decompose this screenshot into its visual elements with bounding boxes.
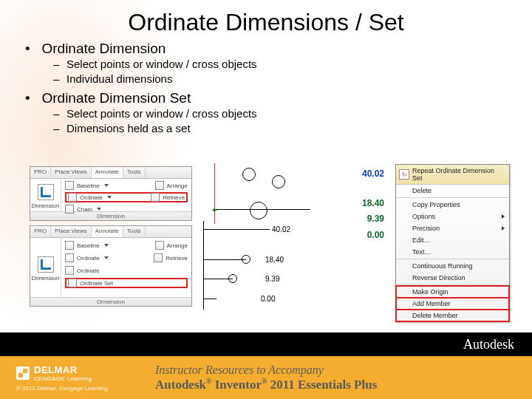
ctx-add-member[interactable]: Add Member [396,298,509,310]
delmar-copy: © 2011 Delmar, Cengage Learning [16,385,126,392]
ribbon-tabs-b: PRO Place Views Annotate Tools [30,226,191,238]
caret-icon [97,208,101,211]
ordinate-set-menu-item[interactable]: Ordinate Set [65,278,188,288]
dimension-label-b: Dimension [32,275,60,282]
ctx-edit[interactable]: Edit… [396,234,509,246]
tab-annotate-b[interactable]: Annotate [92,226,123,237]
ctx-add-label: Add Member [412,300,451,307]
slide-title: Ordinate Dimensions / Set [0,0,532,41]
ctx-delmem-label: Delete Member [412,312,458,319]
blackbar: Autodesk [0,332,532,356]
ordinate-menu-item[interactable]: Ordinate [65,265,188,276]
ord-val-3: 0.00 [261,295,275,303]
ordinate-icon-b [65,253,74,262]
ctx-header[interactable]: ↻ Repeat Ordinate Dimension Set [396,165,509,185]
ctx-edit-label: Edit… [412,236,431,244]
autodesk-brand: Autodesk [463,337,514,352]
ctx-precision-label: Precision [412,225,440,232]
bullet-2: Ordinate Dimension Set [41,90,191,106]
ribbon-tabs: PRO Place Views Annotate Tools [30,167,191,179]
tab-place-views[interactable]: Place Views [51,167,91,178]
ctx-make-origin[interactable]: Make Origin [396,286,509,298]
footer: DELMAR CENGAGE Learning © 2011 Delmar, C… [0,356,532,399]
tab-pro[interactable]: PRO [30,167,51,178]
ordinate-label-b: Ordinate [77,255,100,262]
ribbon-footer-b: Dimension [30,297,191,306]
rnum-bot: 0.00 [355,228,384,244]
sketch-figure: ✦ [198,165,309,222]
retrieve-icon [151,193,160,202]
retrieve-label-b: Retrieve [166,255,188,262]
tab-tools-b[interactable]: Tools [123,226,146,237]
ordinate-label: Ordinate [80,194,103,201]
tab-annotate[interactable]: Annotate [92,167,123,178]
delmar-sub: CENGAGE Learning [34,375,92,382]
ordinate-set-icon [68,279,77,287]
arrange-icon [155,181,164,190]
origin-marker: ✦ [211,206,217,214]
ctx-text[interactable]: Text… [396,246,509,258]
delmar-name: DELMAR [34,364,92,375]
tab-tools[interactable]: Tools [123,167,146,178]
submenu-arrow-icon [502,226,505,231]
dimension-button-b[interactable]: Dimension [30,238,61,297]
footer-text: Instructor Resources to Accompany Autode… [126,364,532,392]
ribbon-panel-top: PRO Place Views Annotate Tools Dimension… [30,166,192,221]
bullet-content: Ordinate Dimension Select points or wind… [0,41,532,136]
repeat-icon: ↻ [399,169,409,180]
ctx-options[interactable]: Options [396,211,509,222]
ctx-options-label: Options [412,213,435,220]
baseline-label: Baseline [77,183,100,189]
baseline-button[interactable]: BaselineArrange [65,181,188,190]
footer-line1: Instructor Resources to Accompany [155,364,532,377]
dimension-button[interactable]: Dimension [30,179,61,211]
arrange-icon-b [155,241,164,250]
chain-button[interactable]: Chain [65,205,188,214]
retrieve-icon-b [154,253,163,262]
ctx-delete-label: Delete [412,187,432,194]
ordinate-drawing: 40.02 18.40 9.39 0.00 [196,221,344,310]
baseline-button-b[interactable]: BaselineArrange [65,240,188,250]
ribbon-panel-bottom: PRO Place Views Annotate Tools Dimension… [30,225,192,307]
bullet-1-sub-1: Select points or window / cross objects [53,57,510,72]
delmar-logo-icon [16,366,30,380]
caret-icon [104,256,109,259]
bullet-1: Ordinate Dimension [41,41,166,56]
ctx-cont-label: Continuous Running [412,262,473,270]
ordinate-button-b[interactable]: OrdinateRetrieve [65,253,188,263]
ordinate-menu-label: Ordinate [77,267,100,274]
ctx-text-label: Text… [412,248,432,256]
ctx-reverse-label: Reverse Direction [412,274,466,282]
ordinate-icon [68,193,77,202]
baseline-label-b: Baseline [77,242,100,249]
ctx-delete-member[interactable]: Delete Member [396,310,509,321]
caret-icon [104,244,109,247]
rnum-mid2: 9.39 [355,211,384,228]
bullet-2-sub-2: Dimensions held as a set [53,121,510,136]
bullet-2-sub-1: Select points or window / cross objects [53,106,510,121]
caret-icon [104,184,109,187]
retrieve-label: Retrieve [163,194,185,201]
submenu-arrow-icon [502,214,505,219]
ctx-continuous-running[interactable]: Continuous Running [396,260,509,272]
ordinate-set-label: Ordinate Set [80,280,113,287]
dimension-label: Dimension [32,202,60,209]
chain-icon [65,205,74,214]
ctx-copy-properties[interactable]: Copy Properties [396,199,509,211]
ctx-precision[interactable]: Precision [396,222,509,234]
bullet-1-sub-2: Individual dimensions [53,72,510,86]
ctx-reverse-direction[interactable]: Reverse Direction [396,272,509,284]
rnum-mid1: 18.40 [355,196,384,212]
tab-place-views-b[interactable]: Place Views [51,226,91,237]
tab-pro-b[interactable]: PRO [30,226,51,237]
footer-line2: Autodesk® Inventor® 2011 Essentials Plus [155,377,532,392]
ord-val-0: 40.02 [272,225,290,233]
right-dim-numbers: 40.02 18.40 9.39 0.00 [355,166,384,243]
chain-label: Chain [77,206,92,213]
ctx-origin-label: Make Origin [412,288,449,296]
baseline-icon [65,181,74,190]
ordinate-button[interactable]: OrdinateRetrieve [65,192,188,202]
context-menu: ↻ Repeat Ordinate Dimension Set Delete C… [395,164,510,322]
ctx-copy-label: Copy Properties [412,201,460,208]
ctx-delete[interactable]: Delete [396,185,509,197]
